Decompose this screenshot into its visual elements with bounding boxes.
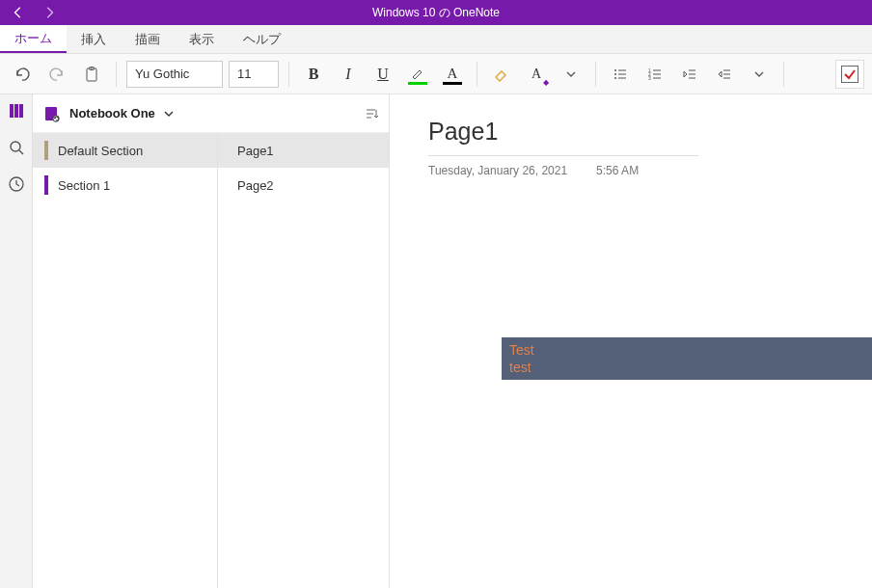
font-size-select[interactable]: 11 [229,61,279,88]
pages-list: Page1 Page2 [218,133,389,588]
section-label: Section 1 [58,178,110,193]
svg-line-24 [19,150,23,154]
clear-format-button[interactable] [487,60,516,89]
font-color-button[interactable]: A [438,60,467,89]
outdent-button[interactable] [675,60,704,89]
format-painter-button[interactable]: A ◆ [522,60,551,89]
titlebar: Windows 10 の OneNote [0,0,872,25]
page-title[interactable]: Page1 [428,118,698,156]
toolbar: Yu Gothic 11 B I U A A ◆ 123 [0,54,872,94]
bold-button[interactable]: B [299,60,328,89]
tab-help[interactable]: ヘルプ [229,25,295,53]
page-time: 5:56 AM [596,164,639,177]
page-label: Page1 [237,144,274,158]
undo-button[interactable] [8,60,37,89]
nav-rail [0,94,33,588]
forward-button[interactable] [42,6,56,19]
sections-list: Default Section Section 1 [33,133,218,588]
italic-button[interactable]: I [334,60,363,89]
nav-panel: Notebook One Default Section Section 1 [33,94,390,588]
indent-button[interactable] [710,60,739,89]
paste-button[interactable] [77,60,106,89]
paragraph-more-button[interactable] [745,60,774,89]
page-date: Tuesday, January 26, 2021 [428,164,567,177]
font-more-button[interactable] [557,60,586,89]
selected-text-block[interactable]: Test test [502,337,872,380]
svg-rect-21 [14,104,18,118]
numbering-button[interactable]: 123 [640,60,669,89]
svg-point-4 [614,77,616,79]
recent-icon[interactable] [6,174,27,195]
underline-button[interactable]: U [368,60,397,89]
block-line: test [509,359,864,376]
back-button[interactable] [12,6,25,19]
block-line: Test [509,341,864,359]
svg-point-3 [614,73,616,75]
page-item[interactable]: Page2 [218,168,389,202]
todo-tag-button[interactable] [835,60,864,89]
menubar: ホーム 挿入 描画 表示 ヘルプ [0,25,872,54]
search-icon[interactable] [6,137,27,158]
chevron-down-icon[interactable] [163,108,175,120]
tab-view[interactable]: 表示 [175,25,229,53]
svg-text:3: 3 [648,75,651,81]
highlight-button[interactable] [403,60,432,89]
notebook-name[interactable]: Notebook One [69,106,155,120]
bullets-button[interactable] [606,60,635,89]
notebook-icon [42,104,62,123]
tab-home[interactable]: ホーム [0,25,67,53]
svg-point-2 [614,69,616,71]
svg-point-23 [11,142,20,151]
section-label: Default Section [58,144,143,158]
window-title: Windows 10 の OneNote [0,5,872,21]
section-item[interactable]: Section 1 [33,168,217,202]
sort-icon[interactable] [364,106,379,121]
tab-draw[interactable]: 描画 [121,25,175,53]
redo-button[interactable] [42,60,71,89]
tab-insert[interactable]: 挿入 [67,25,121,53]
svg-rect-22 [19,104,23,118]
svg-rect-20 [10,104,14,118]
notebooks-icon[interactable] [6,100,27,121]
page-item[interactable]: Page1 [218,133,389,168]
font-name-select[interactable]: Yu Gothic [126,61,223,88]
page-label: Page2 [237,178,274,193]
section-item[interactable]: Default Section [33,133,217,168]
